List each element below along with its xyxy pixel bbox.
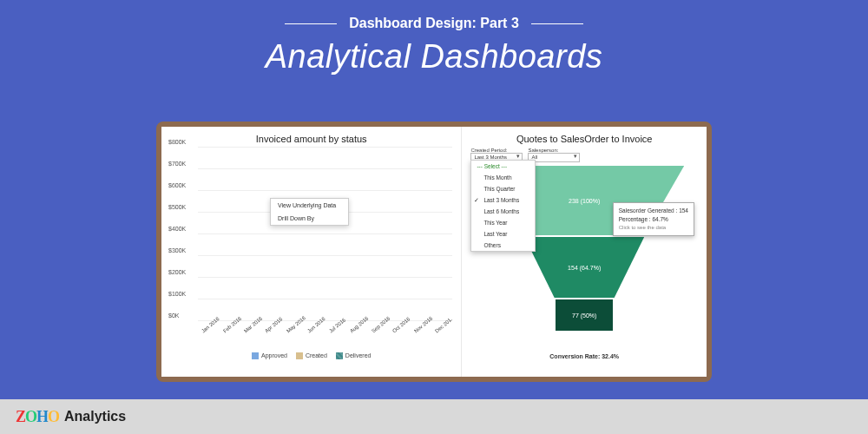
dropdown-item[interactable]: Others xyxy=(471,240,535,251)
dropdown-item[interactable]: This Year xyxy=(471,217,535,228)
dashboard-panel: Invoiced amount by status $0K$100K$200K$… xyxy=(156,122,712,382)
funnel-stage-2[interactable]: 154 (64.7%) xyxy=(524,237,644,298)
page-title: Analytical Dashboards xyxy=(0,38,868,76)
funnel-chart-title: Quotes to SalesOrder to Invoice xyxy=(467,134,701,144)
y-tick: $500K xyxy=(168,204,186,210)
y-tick: $200K xyxy=(168,269,186,275)
dropdown-header: --- Select --- xyxy=(471,161,535,172)
x-tick: Jun 2016 xyxy=(306,319,322,333)
x-tick: Aug 2016 xyxy=(349,319,365,333)
dropdown-item[interactable]: This Quarter xyxy=(471,183,535,194)
y-tick: $100K xyxy=(168,291,186,297)
bar-chart-title: Invoiced amount by status xyxy=(167,134,456,144)
y-tick: $0K xyxy=(168,312,179,319)
funnel-chart-container: Quotes to SalesOrder to Invoice Created … xyxy=(461,127,707,377)
x-tick: Jan 2016 xyxy=(201,319,216,333)
x-tick: Dec 201. xyxy=(434,319,450,333)
bar-chart-container: Invoiced amount by status $0K$100K$200K$… xyxy=(161,127,461,377)
y-tick: $800K xyxy=(168,139,186,145)
y-tick: $700K xyxy=(168,161,186,167)
x-tick: Apr 2016 xyxy=(264,319,279,333)
bar-chart-legend: Approved Created Delivered xyxy=(167,352,456,359)
page-superheading: Dashboard Design: Part 3 xyxy=(337,16,531,31)
salesperson-select[interactable]: All xyxy=(528,153,580,162)
x-tick: Sep 2016 xyxy=(371,319,386,333)
footer-bar: ZOHO Analytics xyxy=(0,399,868,434)
bar-chart-plot[interactable]: $0K$100K$200K$300K$400K$500K$600K$700K$8… xyxy=(198,148,452,321)
period-dropdown[interactable]: --- Select --- This MonthThis QuarterLas… xyxy=(470,160,536,252)
zoho-analytics-logo: ZOHO Analytics xyxy=(16,408,126,426)
x-tick: Nov 2016 xyxy=(413,319,429,333)
funnel-stage-3[interactable]: 77 (50%) xyxy=(556,299,613,331)
x-tick: Feb 2016 xyxy=(222,319,238,333)
dropdown-item[interactable]: This Month xyxy=(471,172,535,183)
y-tick: $600K xyxy=(168,182,186,188)
x-tick: Mar 2016 xyxy=(243,319,259,333)
context-menu-item[interactable]: View Underlying Data xyxy=(271,199,348,212)
y-tick: $300K xyxy=(168,247,186,253)
context-menu[interactable]: View Underlying Data Drill Down By xyxy=(270,198,349,226)
funnel-tooltip: Salesorder Generated : 154 Percentage : … xyxy=(613,202,694,236)
y-tick: $400K xyxy=(168,226,186,232)
x-tick: Jul 2016 xyxy=(328,319,344,333)
x-tick: May 2016 xyxy=(286,319,301,333)
x-tick: Oct 2016 xyxy=(391,319,407,333)
context-menu-item[interactable]: Drill Down By xyxy=(271,212,348,225)
dropdown-item[interactable]: Last Year xyxy=(471,228,535,240)
dropdown-item[interactable]: Last 3 Months xyxy=(471,194,535,206)
conversion-rate: Conversion Rate: 32.4% xyxy=(467,353,701,359)
dropdown-item[interactable]: Last 6 Months xyxy=(471,206,535,217)
